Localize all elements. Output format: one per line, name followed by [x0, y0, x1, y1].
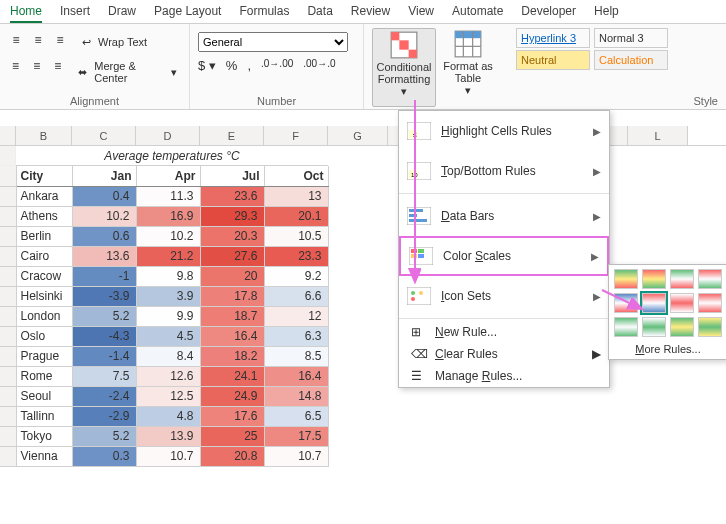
cf-manage-rules[interactable]: ☰Manage Rules... [399, 365, 609, 387]
data-cell[interactable]: 13.9 [136, 426, 200, 446]
data-cell[interactable]: 14.8 [264, 386, 328, 406]
data-cell[interactable]: 9.9 [136, 306, 200, 326]
comma-icon[interactable]: , [247, 58, 251, 73]
header-apr[interactable]: Apr [136, 166, 200, 186]
color-scale-preset[interactable] [642, 317, 666, 337]
data-cell[interactable]: 24.9 [200, 386, 264, 406]
style-hyperlink[interactable]: Hyperlink 3 [516, 28, 590, 48]
tab-page-layout[interactable]: Page Layout [154, 4, 221, 23]
data-cell[interactable]: 0.6 [72, 226, 136, 246]
select-all-corner[interactable] [0, 126, 16, 145]
col-header-E[interactable]: E [200, 126, 264, 145]
data-cell[interactable]: 18.2 [200, 346, 264, 366]
col-header-B[interactable]: B [16, 126, 72, 145]
data-cell[interactable]: 0.3 [72, 446, 136, 466]
data-cell[interactable]: 4.5 [136, 326, 200, 346]
city-cell[interactable]: Cracow [16, 266, 72, 286]
data-cell[interactable]: -3.9 [72, 286, 136, 306]
data-cell[interactable]: 11.3 [136, 186, 200, 206]
color-scale-preset[interactable] [670, 293, 694, 313]
data-cell[interactable]: 6.5 [264, 406, 328, 426]
conditional-formatting-button[interactable]: Conditional Formatting ▾ [372, 28, 436, 107]
data-cell[interactable]: 21.2 [136, 246, 200, 266]
align-center-icon[interactable]: ≡ [29, 58, 44, 74]
data-cell[interactable]: -1.4 [72, 346, 136, 366]
data-cell[interactable]: 13.6 [72, 246, 136, 266]
increase-decimal-icon[interactable]: .0→.00 [261, 58, 293, 73]
merge-center-button[interactable]: ⬌Merge & Center ▾ [71, 58, 181, 86]
city-cell[interactable]: Ankara [16, 186, 72, 206]
data-cell[interactable]: 7.5 [72, 366, 136, 386]
tab-draw[interactable]: Draw [108, 4, 136, 23]
city-cell[interactable]: Tallinn [16, 406, 72, 426]
col-header-C[interactable]: C [72, 126, 136, 145]
more-rules[interactable]: More Rules... [613, 337, 723, 355]
data-cell[interactable]: -2.9 [72, 406, 136, 426]
tab-view[interactable]: View [408, 4, 434, 23]
tab-home[interactable]: Home [10, 4, 42, 23]
data-cell[interactable]: 18.7 [200, 306, 264, 326]
color-scale-preset[interactable] [670, 269, 694, 289]
header-jan[interactable]: Jan [72, 166, 136, 186]
tab-automate[interactable]: Automate [452, 4, 503, 23]
tab-review[interactable]: Review [351, 4, 390, 23]
align-left-icon[interactable]: ≡ [8, 58, 23, 74]
city-cell[interactable]: Helsinki [16, 286, 72, 306]
city-cell[interactable]: Rome [16, 366, 72, 386]
cf-highlight-cells[interactable]: ≤ HHighlight Cells Rulesighlight Cells R… [399, 111, 609, 151]
data-cell[interactable]: 5.2 [72, 426, 136, 446]
decrease-decimal-icon[interactable]: .00→.0 [303, 58, 335, 73]
data-cell[interactable]: 0.4 [72, 186, 136, 206]
cf-new-rule[interactable]: ⊞New Rule... [399, 321, 609, 343]
data-cell[interactable]: 23.3 [264, 246, 328, 266]
data-cell[interactable]: 13 [264, 186, 328, 206]
data-cell[interactable]: 27.6 [200, 246, 264, 266]
data-cell[interactable]: 10.2 [136, 226, 200, 246]
data-cell[interactable]: 10.5 [264, 226, 328, 246]
col-header-G[interactable]: G [328, 126, 388, 145]
data-cell[interactable]: 16.4 [264, 366, 328, 386]
color-scale-preset[interactable] [614, 269, 638, 289]
col-header-L[interactable]: L [628, 126, 688, 145]
data-cell[interactable]: 4.8 [136, 406, 200, 426]
city-cell[interactable]: Berlin [16, 226, 72, 246]
align-top-icon[interactable]: ≡ [8, 32, 24, 48]
cf-color-scales[interactable]: Color Scales▶ [399, 236, 609, 276]
tab-help[interactable]: Help [594, 4, 619, 23]
style-neutral[interactable]: Neutral [516, 50, 590, 70]
city-cell[interactable]: Vienna [16, 446, 72, 466]
data-cell[interactable]: 12.6 [136, 366, 200, 386]
city-cell[interactable]: Cairo [16, 246, 72, 266]
data-cell[interactable]: 17.8 [200, 286, 264, 306]
cf-icon-sets[interactable]: Icon Sets▶ [399, 276, 609, 316]
data-cell[interactable]: 5.2 [72, 306, 136, 326]
data-cell[interactable]: 10.2 [72, 206, 136, 226]
data-cell[interactable]: 10.7 [264, 446, 328, 466]
city-cell[interactable]: Prague [16, 346, 72, 366]
tab-data[interactable]: Data [307, 4, 332, 23]
data-cell[interactable]: 23.6 [200, 186, 264, 206]
style-calculation[interactable]: Calculation [594, 50, 668, 70]
data-cell[interactable]: 12 [264, 306, 328, 326]
city-cell[interactable]: Oslo [16, 326, 72, 346]
data-cell[interactable]: 24.1 [200, 366, 264, 386]
city-cell[interactable]: Athens [16, 206, 72, 226]
accounting-icon[interactable]: $ ▾ [198, 58, 216, 73]
data-cell[interactable]: 6.3 [264, 326, 328, 346]
header-city[interactable]: City [16, 166, 72, 186]
data-cell[interactable]: 8.4 [136, 346, 200, 366]
data-cell[interactable]: 16.4 [200, 326, 264, 346]
data-cell[interactable]: 16.9 [136, 206, 200, 226]
data-cell[interactable]: 17.5 [264, 426, 328, 446]
color-scale-preset[interactable] [698, 293, 722, 313]
data-cell[interactable]: 10.7 [136, 446, 200, 466]
color-scale-preset[interactable] [642, 293, 666, 313]
tab-developer[interactable]: Developer [521, 4, 576, 23]
col-header-D[interactable]: D [136, 126, 200, 145]
wrap-text-button[interactable]: ↩Wrap Text [74, 32, 151, 52]
number-format-select[interactable]: General [198, 32, 348, 52]
header-jul[interactable]: Jul [200, 166, 264, 186]
color-scale-preset[interactable] [670, 317, 694, 337]
data-cell[interactable]: 12.5 [136, 386, 200, 406]
align-bot-icon[interactable]: ≡ [52, 32, 68, 48]
